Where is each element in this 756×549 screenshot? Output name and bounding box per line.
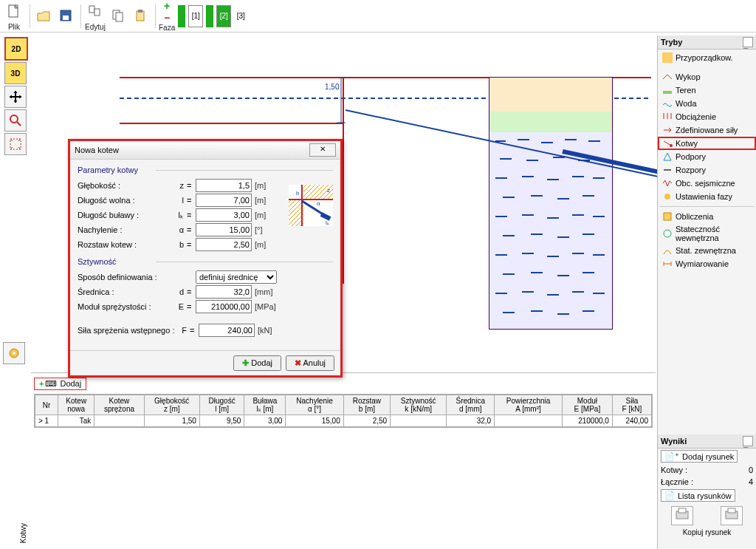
group-params: Parametry kotwy bbox=[78, 166, 333, 174]
svg-rect-77 bbox=[678, 508, 686, 513]
copy-drawing-label: Kopiuj rysunek bbox=[658, 528, 756, 536]
col-header: Rozstawb [m] bbox=[343, 395, 390, 415]
svg-rect-6 bbox=[116, 13, 123, 21]
view-3d[interactable]: 3D bbox=[4, 62, 27, 84]
pan-tool[interactable] bbox=[4, 86, 27, 108]
dia-input[interactable] bbox=[196, 285, 252, 299]
dialog-add-button[interactable]: ✚ Dodaj bbox=[233, 355, 281, 371]
spac-label: Rozstaw kotew : bbox=[78, 240, 166, 249]
col-header: Głębokośćz [m] bbox=[144, 395, 199, 415]
svg-point-9 bbox=[10, 115, 18, 123]
save-button[interactable] bbox=[55, 5, 78, 27]
svg-rect-3 bbox=[89, 6, 94, 13]
dia-label: Średnica : bbox=[78, 287, 166, 296]
print-button-2[interactable] bbox=[721, 506, 743, 525]
edit-menu[interactable] bbox=[84, 1, 106, 23]
mod-input[interactable] bbox=[196, 300, 252, 313]
copy-button[interactable] bbox=[108, 5, 130, 27]
group-stiffness: Sztywność bbox=[78, 257, 333, 266]
svg-point-72 bbox=[664, 230, 671, 237]
fit-tool[interactable] bbox=[4, 133, 27, 155]
view-2d[interactable]: 2D bbox=[4, 37, 28, 61]
svg-text:b: b bbox=[296, 190, 300, 197]
print-button-1[interactable] bbox=[671, 506, 693, 525]
svg-rect-4 bbox=[94, 9, 100, 16]
mode-load[interactable]: Obciążenie bbox=[658, 110, 756, 123]
res-kotwy-val: 0 bbox=[749, 466, 753, 474]
res-total-label: Łącznie : bbox=[661, 477, 693, 486]
mode-seismic[interactable]: Obc. sejsmiczne bbox=[658, 177, 756, 190]
mode-phase-settings[interactable]: Ustawienia fazy bbox=[658, 190, 756, 203]
depth-input[interactable] bbox=[196, 179, 252, 192]
dialog-title: Nowa kotew bbox=[75, 146, 119, 154]
mod-label: Moduł sprężystości : bbox=[78, 302, 166, 311]
mode-calc[interactable]: Obliczenia bbox=[658, 210, 756, 223]
pre-label: Siła sprężenia wstępnego : bbox=[78, 326, 181, 335]
free-label: Długość wolna : bbox=[78, 196, 166, 205]
mode-supports[interactable]: Podpory bbox=[658, 150, 756, 163]
res-kotwy-label: Kotwy : bbox=[661, 466, 687, 474]
results-panel: Wyniki_ 📄⁺Dodaj rysunek Kotwy :0 Łącznie… bbox=[657, 434, 756, 549]
svg-rect-79 bbox=[728, 508, 735, 513]
col-header: Kotewnowa bbox=[58, 395, 94, 415]
phase-3[interactable]: [3] bbox=[234, 6, 247, 27]
phase-marker-2 bbox=[206, 5, 213, 27]
view-tools: 2D 3D bbox=[3, 35, 28, 157]
dialog-close[interactable]: ✕ bbox=[309, 143, 336, 157]
svg-rect-62 bbox=[663, 91, 672, 94]
settings-button[interactable] bbox=[3, 342, 25, 364]
svg-rect-2 bbox=[63, 16, 69, 20]
mode-external[interactable]: Stat. zewnętrzna bbox=[658, 244, 756, 257]
bulb-input[interactable] bbox=[196, 208, 252, 222]
def-select[interactable]: definiuj średnicę bbox=[196, 270, 277, 284]
phase-label: Faza bbox=[159, 24, 175, 32]
col-header: ModułE [MPa] bbox=[562, 395, 612, 415]
mode-excavation[interactable]: Wykop bbox=[658, 70, 756, 83]
mode-forces[interactable]: Zdefiniowane siły bbox=[658, 123, 756, 137]
mode-terrain[interactable]: Teren bbox=[658, 83, 756, 97]
mode-water[interactable]: Woda bbox=[658, 97, 756, 110]
modes-panel: Tryby_ Przyporządkow. Wykop Teren Woda O… bbox=[657, 35, 756, 434]
incl-input[interactable] bbox=[196, 223, 252, 236]
free-input[interactable] bbox=[196, 194, 252, 207]
add-drawing-button[interactable]: 📄⁺Dodaj rysunek bbox=[661, 450, 738, 463]
svg-point-70 bbox=[664, 194, 670, 200]
minimize-results-icon[interactable]: _ bbox=[743, 436, 753, 446]
add-row-button[interactable]: +⌨ Dodaj bbox=[34, 378, 86, 390]
zoom-tool[interactable] bbox=[4, 109, 27, 132]
file-label: Plik bbox=[8, 23, 20, 31]
bottom-tab-label: Kotwy bbox=[19, 523, 27, 543]
incl-label: Nachylenie : bbox=[78, 225, 166, 234]
svg-rect-71 bbox=[664, 213, 671, 220]
depth-label: Głębokość : bbox=[78, 181, 166, 190]
open-button[interactable] bbox=[33, 5, 55, 27]
mode-dimensioning[interactable]: Wymiarowanie bbox=[658, 257, 756, 270]
phase-1[interactable]: [1] bbox=[188, 5, 203, 27]
mode-internal[interactable]: Stateczność wewnętrzna bbox=[658, 223, 756, 244]
pre-input[interactable] bbox=[199, 324, 255, 337]
col-header: Nr bbox=[35, 395, 58, 415]
col-header: Kotewsprężona bbox=[94, 395, 144, 415]
anchor-sketch-icon: zbαlₖ bbox=[289, 185, 333, 226]
svg-point-13 bbox=[13, 352, 16, 355]
mode-struts[interactable]: Rozpory bbox=[658, 163, 756, 177]
col-header: Długośćl [m] bbox=[199, 395, 244, 415]
paste-button[interactable] bbox=[130, 5, 152, 27]
svg-point-68 bbox=[670, 144, 673, 147]
mode-anchors[interactable]: Kotwy bbox=[658, 137, 756, 150]
phase-2[interactable]: [2] bbox=[216, 5, 231, 27]
svg-text:α: α bbox=[317, 200, 320, 207]
mode-assignment[interactable]: Przyporządkow. bbox=[658, 51, 756, 64]
def-label: Sposób definiowania : bbox=[78, 273, 166, 282]
table-row[interactable]: > 1Tak1,509,503,0015,002,5032,0210000,02… bbox=[35, 415, 652, 427]
col-header: Buławalₖ [m] bbox=[244, 395, 286, 415]
col-header: Sztywnośćk [kN/m] bbox=[391, 395, 447, 415]
minimize-icon[interactable]: _ bbox=[743, 37, 753, 47]
anchors-table: NrKotewnowaKotewsprężonaGłębokośćz [m]Dł… bbox=[35, 395, 652, 427]
modes-title: Tryby bbox=[661, 35, 682, 49]
file-menu[interactable] bbox=[3, 1, 25, 23]
dialog-cancel-button[interactable]: ✖ Anuluj bbox=[286, 355, 334, 371]
edit-label: Edytuj bbox=[85, 23, 106, 31]
spac-input[interactable] bbox=[196, 238, 252, 251]
drawing-list-button[interactable]: 📄Lista rysunków bbox=[661, 489, 735, 502]
